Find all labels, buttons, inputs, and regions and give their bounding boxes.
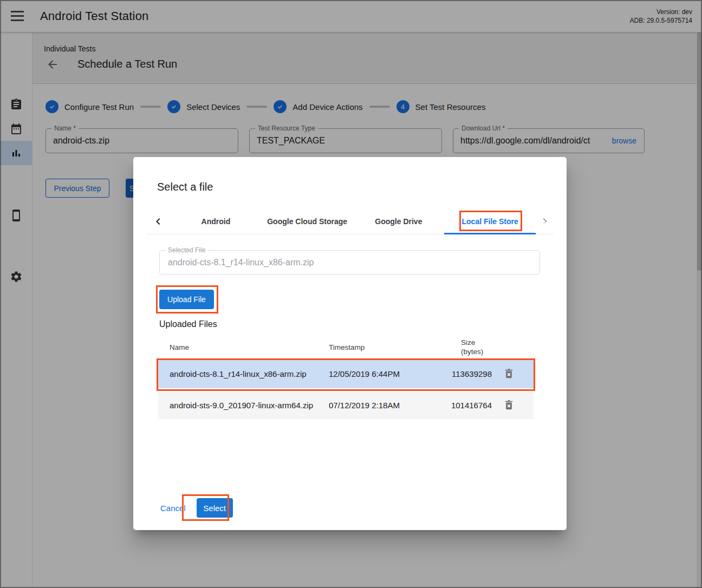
cancel-button[interactable]: Cancel	[155, 500, 191, 516]
column-header-name: Name	[158, 343, 317, 351]
size-header-line2: (bytes)	[461, 348, 492, 357]
dialog-title: Select a file	[157, 181, 213, 193]
dialog-footer: Cancel Select	[155, 498, 233, 518]
tab-google-drive[interactable]: Google Drive	[353, 208, 445, 234]
row-actions	[492, 396, 534, 415]
select-file-dialog: Select a file Android Google Cloud Stora…	[133, 157, 567, 530]
table-row[interactable]: android-sts-9.0_201907-linux-arm64.zip 0…	[158, 391, 534, 419]
selected-file-value: android-cts-8.1_r14-linux_x86-arm.zip	[168, 258, 314, 267]
column-header-timestamp: Timestamp	[317, 343, 450, 351]
file-source-tabs: Android Google Cloud Storage Google Driv…	[146, 208, 554, 234]
file-name-cell: android-sts-9.0_201907-linux-arm64.zip	[158, 401, 317, 410]
tab-local-file-store[interactable]: Local File Store	[444, 208, 536, 234]
row-actions	[492, 365, 534, 383]
tabs-strip: Android Google Cloud Storage Google Driv…	[170, 208, 536, 234]
select-button[interactable]: Select	[197, 498, 233, 518]
uploaded-files-table: Name Timestamp Size (bytes) android-cts-…	[158, 336, 534, 419]
selected-file-label: Selected File	[166, 246, 207, 254]
tab-android[interactable]: Android	[170, 208, 262, 234]
table-row[interactable]: android-cts-8.1_r14-linux_x86-arm.zip 12…	[158, 360, 534, 388]
file-name-cell: android-cts-8.1_r14-linux_x86-arm.zip	[158, 369, 317, 378]
size-cell: 101416764	[450, 401, 492, 410]
chevron-right-icon[interactable]	[536, 208, 554, 234]
timestamp-cell: 12/05/2019 6:44PM	[317, 369, 450, 378]
delete-trash-icon[interactable]	[500, 396, 518, 415]
chevron-left-icon[interactable]	[146, 208, 170, 234]
selected-file-field[interactable]: Selected File android-cts-8.1_r14-linux_…	[159, 250, 540, 275]
delete-trash-icon[interactable]	[500, 365, 518, 383]
uploaded-files-heading: Uploaded Files	[159, 319, 217, 329]
size-header-line1: Size	[461, 338, 492, 348]
size-cell: 113639298	[450, 369, 492, 378]
table-header-row: Name Timestamp Size (bytes)	[158, 336, 534, 360]
timestamp-cell: 07/12/2019 2:18AM	[317, 401, 450, 410]
upload-file-button[interactable]: Upload File	[159, 290, 214, 309]
tab-google-cloud-storage[interactable]: Google Cloud Storage	[262, 208, 353, 234]
column-header-size: Size (bytes)	[450, 338, 492, 357]
